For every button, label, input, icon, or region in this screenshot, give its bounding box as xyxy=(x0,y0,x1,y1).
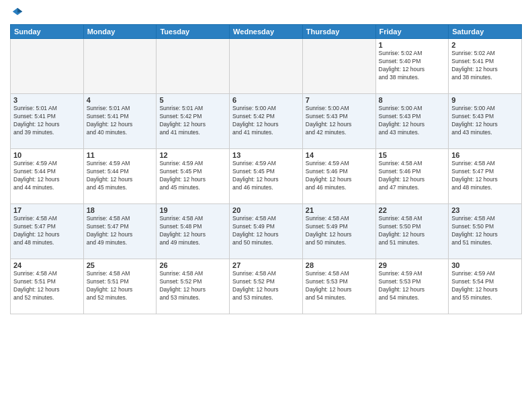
day-number: 22 xyxy=(379,206,446,214)
day-number: 17 xyxy=(13,206,81,214)
calendar-table: SundayMondayTuesdayWednesdayThursdayFrid… xyxy=(10,24,522,314)
day-info: Sunrise: 4:59 AMSunset: 5:45 PMDaylight:… xyxy=(232,160,300,192)
calendar-cell: 4Sunrise: 5:01 AMSunset: 5:41 PMDaylight… xyxy=(83,94,157,149)
day-info: Sunrise: 5:00 AMSunset: 5:43 PMDaylight:… xyxy=(451,105,519,137)
calendar-cell: 17Sunrise: 4:58 AMSunset: 5:47 PMDayligh… xyxy=(11,204,84,259)
day-number: 4 xyxy=(87,96,154,104)
day-info: Sunrise: 4:59 AMSunset: 5:45 PMDaylight:… xyxy=(159,160,226,192)
weekday-header-thursday: Thursday xyxy=(302,25,375,39)
calendar-cell xyxy=(157,39,230,94)
calendar-cell: 26Sunrise: 4:58 AMSunset: 5:52 PMDayligh… xyxy=(157,259,230,314)
day-number: 25 xyxy=(87,261,154,269)
calendar-cell xyxy=(230,39,303,94)
day-info: Sunrise: 5:00 AMSunset: 5:42 PMDaylight:… xyxy=(232,105,300,137)
day-number: 18 xyxy=(87,206,154,214)
calendar-cell: 28Sunrise: 4:58 AMSunset: 5:53 PMDayligh… xyxy=(302,259,375,314)
calendar-cell: 13Sunrise: 4:59 AMSunset: 5:45 PMDayligh… xyxy=(230,149,303,204)
calendar-cell: 21Sunrise: 4:58 AMSunset: 5:49 PMDayligh… xyxy=(302,204,375,259)
day-number: 5 xyxy=(159,96,226,104)
calendar-cell: 9Sunrise: 5:00 AMSunset: 5:43 PMDaylight… xyxy=(449,94,522,149)
day-number: 13 xyxy=(232,151,300,159)
day-number: 8 xyxy=(379,96,446,104)
calendar-cell: 24Sunrise: 4:58 AMSunset: 5:51 PMDayligh… xyxy=(11,259,84,314)
day-number: 20 xyxy=(232,206,300,214)
week-row-2: 3Sunrise: 5:01 AMSunset: 5:41 PMDaylight… xyxy=(11,94,522,149)
day-number: 3 xyxy=(13,96,81,104)
day-info: Sunrise: 4:58 AMSunset: 5:51 PMDaylight:… xyxy=(13,270,81,302)
calendar-cell: 7Sunrise: 5:00 AMSunset: 5:43 PMDaylight… xyxy=(302,94,375,149)
day-number: 14 xyxy=(306,151,373,159)
day-number: 2 xyxy=(451,41,519,49)
day-number: 12 xyxy=(159,151,226,159)
calendar-cell: 11Sunrise: 4:59 AMSunset: 5:44 PMDayligh… xyxy=(83,149,157,204)
week-row-3: 10Sunrise: 4:59 AMSunset: 5:44 PMDayligh… xyxy=(11,149,522,204)
calendar-cell: 6Sunrise: 5:00 AMSunset: 5:42 PMDaylight… xyxy=(230,94,303,149)
day-number: 16 xyxy=(451,151,519,159)
day-info: Sunrise: 5:01 AMSunset: 5:42 PMDaylight:… xyxy=(159,105,226,137)
day-number: 24 xyxy=(13,261,81,269)
calendar-cell: 30Sunrise: 4:59 AMSunset: 5:54 PMDayligh… xyxy=(449,259,522,314)
day-info: Sunrise: 4:59 AMSunset: 5:44 PMDaylight:… xyxy=(87,160,154,192)
calendar-cell: 3Sunrise: 5:01 AMSunset: 5:41 PMDaylight… xyxy=(11,94,84,149)
weekday-header-friday: Friday xyxy=(375,25,449,39)
logo xyxy=(10,7,24,19)
weekday-header-sunday: Sunday xyxy=(11,25,84,39)
day-number: 19 xyxy=(159,206,226,214)
weekday-header-row: SundayMondayTuesdayWednesdayThursdayFrid… xyxy=(11,25,522,39)
day-info: Sunrise: 4:58 AMSunset: 5:46 PMDaylight:… xyxy=(379,160,446,192)
weekday-header-monday: Monday xyxy=(83,25,157,39)
day-info: Sunrise: 4:58 AMSunset: 5:47 PMDaylight:… xyxy=(13,215,81,247)
day-info: Sunrise: 5:02 AMSunset: 5:41 PMDaylight:… xyxy=(451,50,519,82)
weekday-header-saturday: Saturday xyxy=(449,25,522,39)
day-info: Sunrise: 4:59 AMSunset: 5:46 PMDaylight:… xyxy=(306,160,373,192)
weekday-header-tuesday: Tuesday xyxy=(157,25,230,39)
day-info: Sunrise: 4:58 AMSunset: 5:48 PMDaylight:… xyxy=(159,215,226,247)
day-number: 9 xyxy=(451,96,519,104)
day-info: Sunrise: 4:58 AMSunset: 5:47 PMDaylight:… xyxy=(451,160,519,192)
week-row-4: 17Sunrise: 4:58 AMSunset: 5:47 PMDayligh… xyxy=(11,204,522,259)
calendar-cell xyxy=(302,39,375,94)
calendar-cell: 10Sunrise: 4:59 AMSunset: 5:44 PMDayligh… xyxy=(11,149,84,204)
day-info: Sunrise: 5:02 AMSunset: 5:40 PMDaylight:… xyxy=(379,50,446,82)
calendar-cell: 2Sunrise: 5:02 AMSunset: 5:41 PMDaylight… xyxy=(449,39,522,94)
header xyxy=(10,7,522,19)
day-number: 28 xyxy=(306,261,373,269)
calendar-cell: 14Sunrise: 4:59 AMSunset: 5:46 PMDayligh… xyxy=(302,149,375,204)
day-number: 26 xyxy=(159,261,226,269)
day-number: 10 xyxy=(13,151,81,159)
day-info: Sunrise: 5:01 AMSunset: 5:41 PMDaylight:… xyxy=(87,105,154,137)
day-info: Sunrise: 4:58 AMSunset: 5:50 PMDaylight:… xyxy=(379,215,446,247)
calendar-cell: 12Sunrise: 4:59 AMSunset: 5:45 PMDayligh… xyxy=(157,149,230,204)
day-info: Sunrise: 5:00 AMSunset: 5:43 PMDaylight:… xyxy=(379,105,446,137)
day-info: Sunrise: 4:58 AMSunset: 5:50 PMDaylight:… xyxy=(451,215,519,247)
calendar-cell: 23Sunrise: 4:58 AMSunset: 5:50 PMDayligh… xyxy=(449,204,522,259)
calendar-cell: 16Sunrise: 4:58 AMSunset: 5:47 PMDayligh… xyxy=(449,149,522,204)
day-info: Sunrise: 5:00 AMSunset: 5:43 PMDaylight:… xyxy=(306,105,373,137)
weekday-header-wednesday: Wednesday xyxy=(230,25,303,39)
day-number: 15 xyxy=(379,151,446,159)
day-number: 6 xyxy=(232,96,300,104)
day-info: Sunrise: 4:58 AMSunset: 5:49 PMDaylight:… xyxy=(232,215,300,247)
day-number: 21 xyxy=(306,206,373,214)
calendar-cell: 25Sunrise: 4:58 AMSunset: 5:51 PMDayligh… xyxy=(83,259,157,314)
calendar-cell xyxy=(83,39,157,94)
day-number: 23 xyxy=(451,206,519,214)
day-number: 11 xyxy=(87,151,154,159)
calendar-cell: 27Sunrise: 4:58 AMSunset: 5:52 PMDayligh… xyxy=(230,259,303,314)
day-info: Sunrise: 4:58 AMSunset: 5:49 PMDaylight:… xyxy=(306,215,373,247)
day-info: Sunrise: 4:58 AMSunset: 5:53 PMDaylight:… xyxy=(306,270,373,302)
day-info: Sunrise: 4:59 AMSunset: 5:44 PMDaylight:… xyxy=(13,160,81,192)
calendar-page: SundayMondayTuesdayWednesdayThursdayFrid… xyxy=(0,0,532,411)
logo-flag-icon xyxy=(11,7,24,19)
calendar-cell: 20Sunrise: 4:58 AMSunset: 5:49 PMDayligh… xyxy=(230,204,303,259)
calendar-cell: 18Sunrise: 4:58 AMSunset: 5:47 PMDayligh… xyxy=(83,204,157,259)
week-row-1: 1Sunrise: 5:02 AMSunset: 5:40 PMDaylight… xyxy=(11,39,522,94)
day-info: Sunrise: 4:58 AMSunset: 5:52 PMDaylight:… xyxy=(232,270,300,302)
day-info: Sunrise: 4:58 AMSunset: 5:51 PMDaylight:… xyxy=(87,270,154,302)
day-number: 7 xyxy=(306,96,373,104)
calendar-cell: 19Sunrise: 4:58 AMSunset: 5:48 PMDayligh… xyxy=(157,204,230,259)
calendar-cell: 29Sunrise: 4:59 AMSunset: 5:53 PMDayligh… xyxy=(375,259,449,314)
day-number: 27 xyxy=(232,261,300,269)
day-info: Sunrise: 5:01 AMSunset: 5:41 PMDaylight:… xyxy=(13,105,81,137)
day-info: Sunrise: 4:58 AMSunset: 5:47 PMDaylight:… xyxy=(87,215,154,247)
